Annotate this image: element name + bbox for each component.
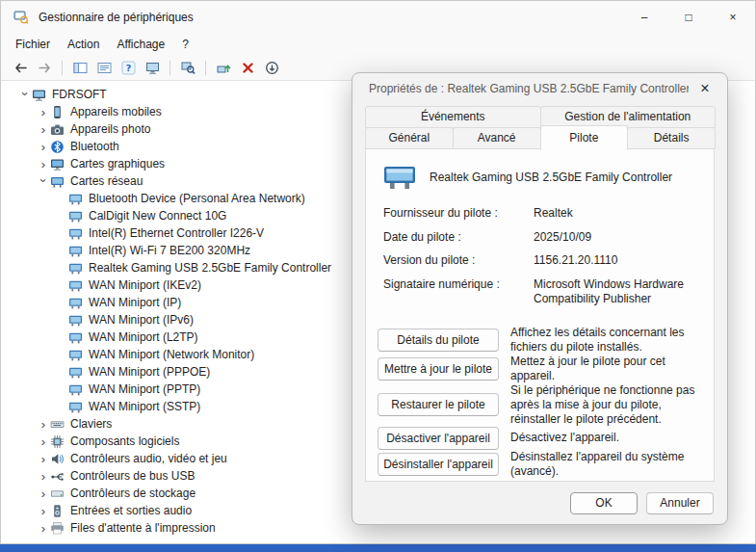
scan-icon	[181, 61, 196, 75]
audio-icon	[50, 452, 65, 466]
toolbar-button[interactable]	[214, 58, 233, 77]
chevron-icon[interactable]	[37, 176, 50, 187]
chevron-icon[interactable]	[37, 418, 50, 431]
tab-details[interactable]: Détails	[627, 127, 716, 149]
dialog-close-icon[interactable]: ×	[689, 76, 721, 101]
driver-action-button[interactable]: Désactiver l'appareil	[378, 427, 499, 450]
tree-item-label: Cartes réseau	[70, 174, 143, 188]
tab-row-bottom: GénéralAvancéPiloteDétails	[365, 127, 715, 149]
netdev-icon	[68, 313, 83, 328]
toolbar-button[interactable]	[94, 58, 114, 77]
driver-action-button[interactable]: Restaurer le pilote	[378, 393, 499, 416]
toolbar-separator	[169, 61, 170, 75]
tab-evenements[interactable]: Événements	[365, 106, 541, 128]
chevron-icon[interactable]	[37, 470, 50, 483]
driver-field-label: Date du pilote :	[383, 230, 534, 246]
tab-general[interactable]: Général	[365, 127, 454, 149]
chevron-icon[interactable]	[37, 158, 50, 171]
maximize-button[interactable]: □	[666, 1, 711, 33]
help-icon: ?	[121, 61, 136, 75]
tree-item-label: WAN Miniport (IPv6)	[89, 313, 194, 327]
chevron-icon[interactable]	[37, 522, 50, 535]
chevron-icon[interactable]	[37, 106, 50, 118]
tab-pilote[interactable]: Pilote	[540, 125, 629, 150]
toolbar-button[interactable]	[262, 58, 281, 77]
bluetooth-icon	[50, 140, 65, 154]
chevron-icon[interactable]	[37, 487, 50, 500]
keyboard-icon	[50, 417, 65, 432]
netdev-icon	[68, 296, 83, 310]
driver-action-row-restaurer-pilote: Restaurer le pilote Si le périphérique n…	[378, 383, 702, 427]
tree-item-label: Intel(R) Wi-Fi 7 BE200 320MHz	[89, 244, 250, 257]
device-header: Realtek Gaming USB 2.5GbE Family Control…	[383, 164, 702, 191]
menu-bar: FichierActionAffichage?	[1, 33, 755, 55]
minimize-button[interactable]: –	[622, 1, 666, 33]
tree-item-label: Intel(R) Ethernet Controller I226-V	[89, 226, 264, 240]
tree-item-label: FDRSOFT	[52, 88, 107, 101]
driver-action-button[interactable]: Désinstaller l'appareil	[378, 453, 499, 476]
netdev-icon	[68, 226, 83, 241]
netdev-icon	[68, 348, 83, 362]
driver-field: Fournisseur du pilote : Realtek	[378, 206, 702, 222]
driver-field-value: Microsoft Windows Hardware Compatibility…	[534, 277, 702, 307]
chevron-icon[interactable]	[37, 141, 50, 153]
chevron-icon[interactable]	[37, 505, 50, 517]
driver-action-button[interactable]: Détails du pilote	[378, 329, 499, 352]
dialog-titlebar: Propriétés de : Realtek Gaming USB 2.5Gb…	[352, 73, 727, 103]
window-title: Gestionnaire de périphériques	[39, 11, 194, 24]
toolbar-button[interactable]	[143, 58, 162, 77]
driver-field-label: Fournisseur du pilote :	[383, 206, 534, 222]
tab-row-top: ÉvénementsGestion de l'alimentation	[365, 106, 715, 128]
netdev-icon	[68, 209, 83, 223]
cancel-button[interactable]: Annuler	[646, 492, 714, 514]
camera-icon	[50, 122, 65, 137]
ok-button[interactable]: OK	[570, 492, 638, 514]
menu-item[interactable]: Fichier	[7, 36, 59, 53]
toolbar-separator	[62, 61, 63, 75]
tree-item-label: Contrôleurs de bus USB	[70, 469, 195, 483]
netdev-icon	[68, 261, 83, 276]
menu-item[interactable]: Affichage	[108, 36, 173, 53]
back-icon	[13, 61, 28, 75]
tree-item-label: Appareils mobiles	[70, 105, 162, 118]
toolbar-button[interactable]: ?	[118, 58, 138, 77]
tree-item-label: WAN Miniport (IKEv2)	[89, 278, 201, 292]
chevron-icon[interactable]	[37, 453, 50, 465]
toolbar-button[interactable]	[178, 58, 197, 77]
network-adapter-icon	[383, 164, 416, 191]
driver-action-button[interactable]: Mettre à jour le pilote	[378, 357, 499, 381]
disable-icon	[265, 61, 279, 75]
toolbar-button[interactable]	[238, 58, 257, 77]
dialog-content: ÉvénementsGestion de l'alimentation Géné…	[352, 103, 727, 482]
tree-item-label: WAN Miniport (Network Monitor)	[89, 348, 254, 361]
show-tree-icon	[73, 61, 88, 75]
toolbar-button[interactable]	[35, 58, 54, 77]
close-button[interactable]: ×	[711, 1, 755, 33]
tree-item-label: Entrées et sorties audio	[70, 504, 192, 517]
tree-item-label: WAN Miniport (SSTP)	[89, 400, 200, 413]
chevron-icon[interactable]	[18, 90, 32, 100]
device-name: Realtek Gaming USB 2.5GbE Family Control…	[430, 171, 672, 184]
netdev-icon	[68, 192, 83, 206]
toolbar-button[interactable]	[70, 58, 90, 77]
driver-tab-panel: Realtek Gaming USB 2.5GbE Family Control…	[365, 148, 715, 482]
audio-io-icon	[50, 504, 65, 518]
menu-item[interactable]: ?	[173, 36, 197, 53]
driver-field: Date du pilote : 2025/10/09	[378, 230, 702, 246]
netdev-icon	[68, 244, 83, 258]
driver-actions: Détails du pilote Affichez les détails c…	[378, 326, 702, 481]
chevron-icon[interactable]	[37, 123, 50, 136]
toolbar-button[interactable]	[11, 58, 30, 77]
driver-action-row-desinstaller-appareil: Désinstaller l'appareil Désinstallez l'a…	[378, 450, 702, 479]
menu-item[interactable]: Action	[59, 36, 108, 53]
tree-item-label: Files d'attente à l'impression	[70, 521, 216, 535]
tab-avance[interactable]: Avancé	[453, 127, 541, 149]
driver-field: Version du pilote : 1156.21.20.1110	[378, 253, 702, 269]
chevron-icon[interactable]	[37, 435, 50, 448]
tree-item-label: Bluetooth	[70, 140, 119, 153]
tree-item-label: Realtek Gaming USB 2.5GbE Family Control…	[89, 261, 331, 275]
driver-action-description: Affichez les détails concernant les fich…	[510, 326, 702, 355]
netdev-icon	[68, 365, 83, 380]
taskbar-strip	[0, 544, 756, 552]
properties-dialog: Propriétés de : Realtek Gaming USB 2.5Gb…	[352, 72, 728, 525]
